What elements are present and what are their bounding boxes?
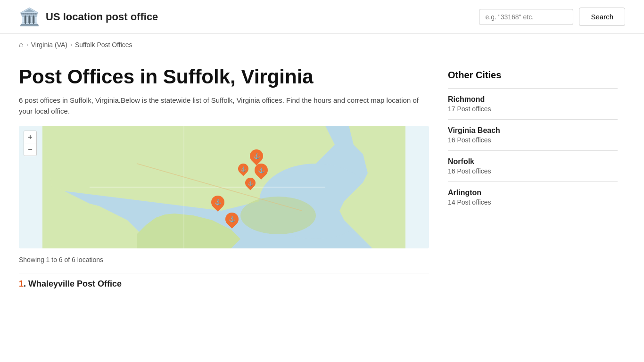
city-name-norfolk: Norfolk [448,157,618,166]
city-item-norfolk[interactable]: Norfolk 16 Post offices [448,150,618,181]
breadcrumb-virginia[interactable]: Virginia (VA) [31,41,67,49]
result-item: 1. Whaleyville Post Office [19,273,429,295]
zoom-in-button[interactable]: + [24,131,36,143]
sidebar: Other Cities Richmond 17 Post offices Vi… [448,65,618,295]
city-count-norfolk: 16 Post offices [448,167,618,175]
city-name-arlington: Arlington [448,189,618,197]
search-input[interactable] [479,9,573,25]
header-right: Search [479,8,625,26]
result-title: 1. Whaleyville Post Office [19,279,429,289]
breadcrumb: ⌂ › Virginia (VA) › Suffolk Post Offices [0,34,644,56]
home-icon[interactable]: ⌂ [19,41,24,49]
city-item-virginia-beach[interactable]: Virginia Beach 16 Post offices [448,119,618,150]
city-count-virginia-beach: 16 Post offices [448,136,618,144]
page-title: Post Offices in Suffolk, Virginia [19,65,429,89]
content-area: Post Offices in Suffolk, Virginia 6 post… [19,65,429,295]
svg-point-6 [240,197,316,234]
city-name-virginia-beach: Virginia Beach [448,126,618,135]
map-svg [19,126,429,248]
showing-text: Showing 1 to 6 of 6 locations [19,256,429,263]
city-name-richmond: Richmond [448,95,618,104]
site-title: US location post office [46,11,158,23]
breadcrumb-sep-2: › [70,41,72,48]
breadcrumb-sep-1: › [26,41,28,48]
map-controls: + − [24,131,37,156]
city-item-arlington[interactable]: Arlington 14 Post offices [448,181,618,213]
sidebar-title: Other Cities [448,65,618,81]
map-container: + − [19,126,429,248]
zoom-out-button[interactable]: − [24,143,36,156]
city-count-arlington: 14 Post offices [448,198,618,206]
header-left: 🏛️ US location post office [19,8,158,25]
city-item-richmond[interactable]: Richmond 17 Post offices [448,88,618,119]
search-button[interactable]: Search [579,8,625,26]
result-title-text[interactable]: Whaleyville Post Office [28,279,122,288]
city-count-richmond: 17 Post offices [448,105,618,113]
result-number: 1 [19,279,24,288]
city-list: Richmond 17 Post offices Virginia Beach … [448,88,618,213]
breadcrumb-current: Suffolk Post Offices [75,41,132,49]
main-container: Post Offices in Suffolk, Virginia 6 post… [0,56,644,313]
header: 🏛️ US location post office Search [0,0,644,34]
logo-icon: 🏛️ [19,8,40,25]
page-description: 6 post offices in Suffolk, Virginia.Belo… [19,95,429,116]
